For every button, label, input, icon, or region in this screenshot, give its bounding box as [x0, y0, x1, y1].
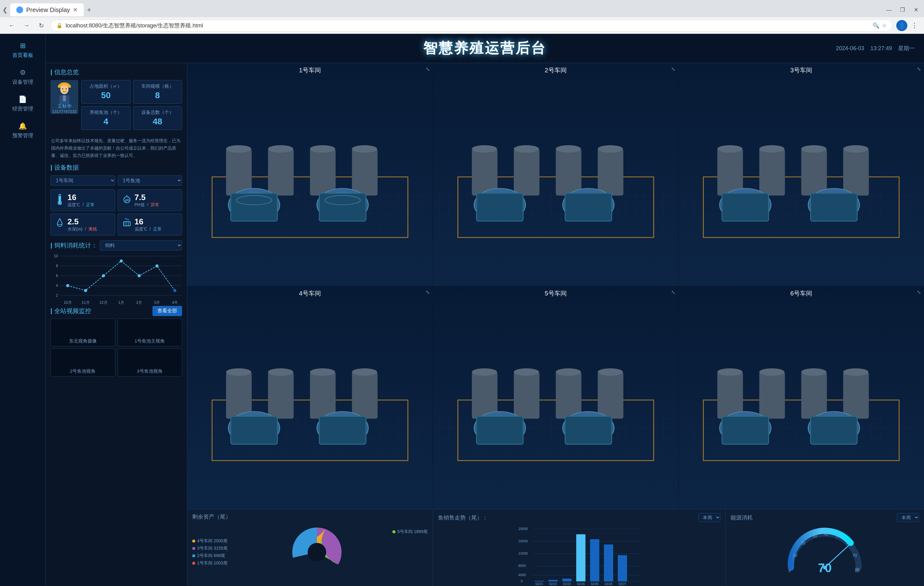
profile-avatar: 王秋华 13177747232 — [51, 80, 78, 114]
view-all-btn[interactable]: 查看全部 — [152, 306, 182, 316]
fish-sales-period-select[interactable]: 本周 本月 本年 — [698, 513, 720, 522]
water-icon — [55, 217, 64, 232]
svg-rect-69 — [556, 149, 581, 196]
info-cards: 占地面积（㎡） 50 车间规模（栋） 8 养殖鱼池（个） 4 — [81, 80, 182, 130]
sensor-cards: 16 温度℃ / 正常 p — [51, 189, 182, 235]
camera-2[interactable]: 2号鱼池视角 — [51, 349, 115, 376]
svg-point-7 — [62, 88, 63, 90]
svg-point-100 — [268, 369, 293, 376]
close-btn[interactable]: ✕ — [911, 4, 922, 15]
new-tab-btn[interactable]: + — [84, 5, 94, 14]
workshop-expand-6[interactable]: ⤡ — [917, 289, 921, 295]
camera-label-1: 1号鱼池主视角 — [135, 338, 165, 344]
fish-sales-title-text: 鱼销售走势（尾）： — [438, 514, 488, 521]
svg-point-11 — [59, 202, 61, 204]
workshop-expand-2[interactable]: ⤡ — [671, 66, 675, 72]
gauge-area: 0 10 20 30 40 50 60 70 80 — [731, 524, 919, 574]
pool-select[interactable]: 1号鱼池 2号鱼池 3号鱼池 — [118, 175, 182, 186]
stat-value-0: 50 — [85, 91, 127, 100]
depth-label: 水深(m) — [68, 227, 82, 231]
energy-period-select[interactable]: 本周 本月 本年 — [897, 513, 919, 522]
right-area: 1号车间 ⤡ — [187, 63, 924, 586]
sidebar-item-home[interactable]: ⊞ 首页看板 — [0, 37, 45, 64]
back-btn[interactable]: ← — [6, 20, 17, 31]
sidebar-label-home: 首页看板 — [12, 52, 33, 59]
workshop-expand-3[interactable]: ⤡ — [917, 66, 921, 72]
svg-point-68 — [514, 145, 539, 153]
search-icon[interactable]: 🔍 — [873, 22, 879, 29]
sidebar-item-warning[interactable]: 🔔 预警管理 — [0, 117, 45, 144]
svg-text:8: 8 — [56, 264, 58, 268]
feed-select[interactable]: 饲料 用药 用电 — [100, 240, 182, 250]
window-controls: — ❐ ✕ — [883, 4, 922, 15]
svg-text:40: 40 — [824, 532, 828, 537]
workshop-visual-5 — [433, 286, 678, 509]
workshop-select[interactable]: 1号车间 2号车间 3号车间 — [51, 175, 115, 186]
info-summary-title: 信息总览 — [51, 68, 182, 76]
tab-close-btn[interactable]: ✕ — [73, 7, 78, 13]
svg-point-120 — [597, 369, 623, 376]
workshop-expand-5[interactable]: ⤡ — [671, 289, 675, 295]
pie-svg-container — [244, 523, 390, 581]
ph-value: 7.5 — [135, 193, 160, 202]
workshop-cell-2: 2号车间 ⤡ — [433, 63, 678, 286]
svg-point-46 — [226, 145, 251, 153]
stat-card-pools: 养殖鱼池（个） 4 — [81, 106, 130, 130]
forward-btn[interactable]: → — [21, 20, 32, 31]
svg-point-86 — [802, 145, 827, 153]
svg-rect-127 — [685, 414, 918, 461]
browser-chrome: ❮ Preview Display ✕ + — ❐ ✕ ← → ↻ 🔒 loca… — [0, 0, 924, 34]
sensor-depth-data: 2.5 水深(m) / 离线 — [68, 217, 97, 232]
svg-rect-67 — [514, 149, 539, 196]
bookmark-icon[interactable]: ☆ — [882, 22, 887, 29]
svg-rect-99 — [268, 372, 294, 418]
heater-status: 正常 — [153, 227, 162, 231]
sensor-ph-data: 7.5 PH值 / 异常 — [135, 193, 160, 208]
workshop-expand-4[interactable]: ⤡ — [426, 289, 430, 295]
restore-btn[interactable]: ❐ — [897, 4, 908, 15]
svg-point-130 — [717, 369, 742, 376]
svg-rect-51 — [352, 149, 378, 196]
sidebar-label-business: 经营管理 — [12, 105, 33, 112]
sidebar-item-business[interactable]: 📄 经营管理 — [0, 91, 45, 117]
tab-favicon — [16, 7, 23, 13]
ph-status: 异常 — [151, 202, 159, 207]
svg-rect-71 — [597, 149, 623, 196]
svg-text:16000: 16000 — [518, 539, 528, 543]
feed-title: 饲料消耗统计： — [51, 241, 97, 250]
stat-value-2: 4 — [85, 117, 127, 127]
legend-w1: 1号车间 1003尾 — [192, 560, 241, 566]
profile-btn[interactable]: 👤 — [896, 20, 908, 31]
ph-meta: PH值 / 异常 — [135, 202, 160, 208]
left-panel: 信息总览 — [46, 63, 187, 586]
svg-rect-60 — [319, 193, 366, 221]
workshop-visual-1 — [187, 63, 433, 286]
camera-3[interactable]: 3号鱼池视角 — [118, 349, 182, 376]
depth-value: 2.5 — [68, 217, 97, 227]
stat-label-3: 设备总数（个） — [137, 110, 179, 115]
camera-1[interactable]: 1号鱼池主视角 — [118, 319, 182, 346]
refresh-btn[interactable]: ↻ — [36, 20, 47, 31]
legend-label-w1: 1号车间 1003尾 — [197, 560, 228, 566]
svg-rect-79 — [685, 191, 918, 237]
svg-point-98 — [226, 369, 251, 376]
svg-point-38 — [102, 274, 105, 277]
sidebar-item-equipment[interactable]: ⚙ 设备管理 — [0, 64, 45, 91]
bottom-row: 剩余资产（尾） 4号车间 2000尾 3号车间 3155尾 — [187, 509, 924, 586]
svg-text:0: 0 — [521, 579, 522, 583]
svg-rect-131 — [759, 372, 785, 418]
equipment-section-title: 设备数据 — [51, 163, 182, 172]
menu-btn[interactable]: ⋮ — [911, 21, 918, 30]
camera-0[interactable]: 东北视角摄像 — [51, 319, 115, 346]
svg-text:02/24: 02/24 — [577, 582, 584, 586]
svg-text:11月: 11月 — [82, 300, 90, 305]
svg-point-72 — [597, 145, 623, 153]
equipment-controls: 1号车间 2号车间 3号车间 1号鱼池 2号鱼池 3号鱼池 — [51, 175, 182, 186]
video-grid: 东北视角摄像 1号鱼池主视角 2号鱼池视角 3号鱼池视角 — [51, 319, 182, 376]
svg-point-104 — [352, 369, 377, 376]
minimize-btn[interactable]: — — [883, 4, 894, 15]
url-box[interactable]: 🔒 localhost:8080/生态智慧养殖/storage/生态智慧养殖.h… — [51, 20, 893, 31]
tab-back-btn[interactable]: ❮ — [2, 6, 10, 13]
workshop-expand-1[interactable]: ⤡ — [426, 66, 430, 72]
active-tab[interactable]: Preview Display ✕ — [10, 3, 84, 16]
